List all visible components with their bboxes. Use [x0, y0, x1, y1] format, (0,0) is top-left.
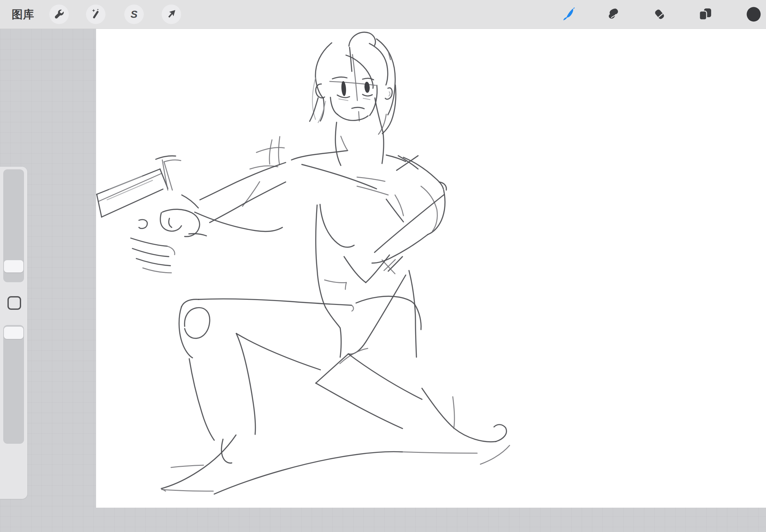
modify-button[interactable]	[7, 296, 21, 310]
sidebar-panel	[0, 167, 27, 499]
svg-text:S: S	[130, 8, 138, 20]
eraser-tool-button[interactable]	[650, 5, 669, 24]
brush-size-handle[interactable]	[4, 260, 23, 272]
color-swatch-button[interactable]	[744, 5, 763, 24]
sketch-svg	[96, 29, 766, 508]
brush-tool-button[interactable]	[559, 5, 578, 24]
top-toolbar: 图库 S	[0, 0, 766, 29]
drawing-canvas[interactable]	[96, 29, 766, 508]
gallery-button[interactable]: 图库	[12, 0, 34, 29]
opacity-slider[interactable]	[3, 325, 24, 444]
procreate-window: 图库 S	[0, 0, 766, 532]
actions-button[interactable]	[49, 5, 69, 24]
opacity-handle[interactable]	[4, 327, 23, 339]
layers-button[interactable]	[695, 5, 715, 24]
selection-button[interactable]: S	[124, 5, 144, 24]
brush-size-slider[interactable]	[3, 169, 24, 282]
transform-button[interactable]	[162, 5, 181, 24]
smudge-tool-button[interactable]	[604, 5, 623, 24]
adjustments-button[interactable]	[86, 5, 105, 24]
